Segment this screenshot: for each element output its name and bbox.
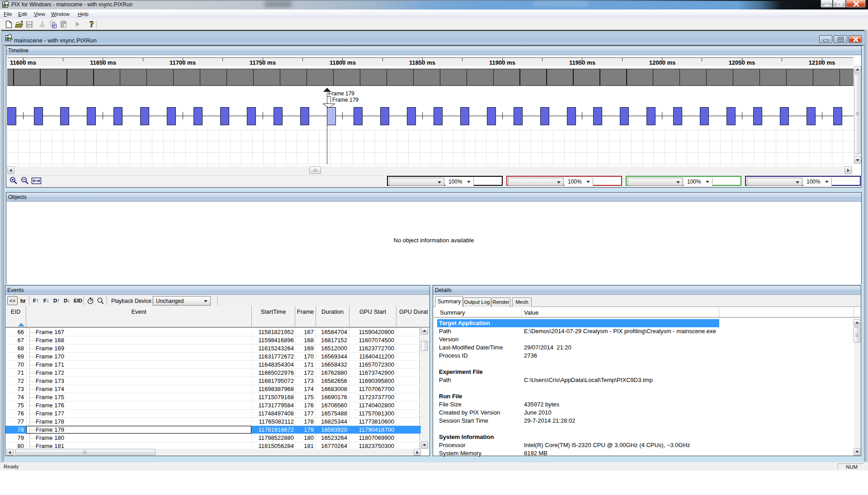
svg-text:?: ? bbox=[90, 19, 94, 29]
svg-text:Frame 179: Frame 179 bbox=[332, 97, 359, 103]
svg-text:12100 ms: 12100 ms bbox=[809, 59, 835, 66]
svg-text:12050 ms: 12050 ms bbox=[729, 59, 755, 66]
svg-text:11600 ms: 11600 ms bbox=[10, 59, 36, 66]
svg-text:11950 ms: 11950 ms bbox=[569, 59, 595, 66]
svg-text:12000 ms: 12000 ms bbox=[649, 59, 676, 66]
svg-text:11650 ms: 11650 ms bbox=[90, 59, 116, 66]
svg-text:Frame 179: Frame 179 bbox=[328, 90, 354, 97]
svg-text:11850 ms: 11850 ms bbox=[409, 59, 435, 66]
svg-text:11750 ms: 11750 ms bbox=[250, 59, 276, 66]
svg-text:11800 ms: 11800 ms bbox=[330, 59, 356, 66]
svg-text:11900 ms: 11900 ms bbox=[489, 59, 515, 66]
svg-text:11700 ms: 11700 ms bbox=[170, 59, 196, 66]
